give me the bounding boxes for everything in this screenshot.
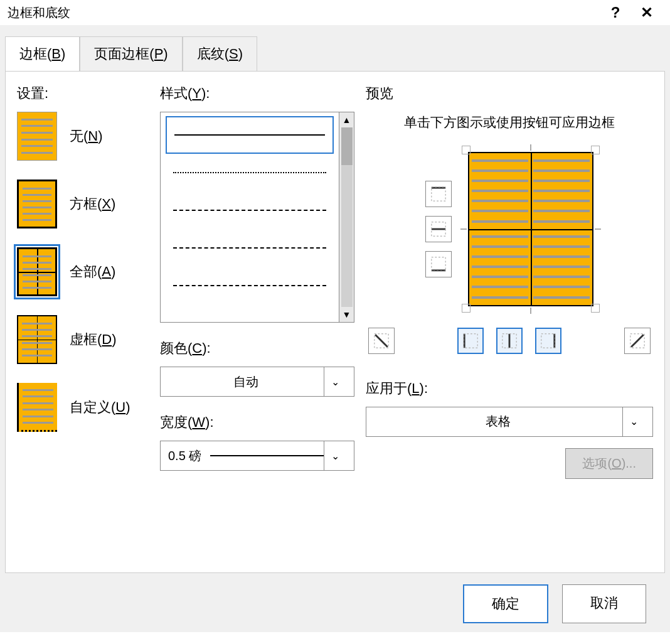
border-inside-h-button[interactable] [425, 216, 452, 242]
style-dotted[interactable] [166, 154, 334, 191]
tab-panel: 设置: 无(N) 方框(X) [5, 71, 665, 573]
border-top-icon [430, 185, 447, 203]
style-solid[interactable] [166, 116, 334, 154]
svg-line-7 [375, 335, 388, 347]
border-right-icon [540, 332, 557, 350]
chevron-down-icon: ⌄ [324, 367, 346, 396]
side-border-buttons [425, 181, 452, 277]
setting-none[interactable]: 无(N) [17, 112, 149, 161]
title-bar: 边框和底纹 ? ✕ [0, 0, 670, 25]
setting-none-icon [17, 112, 57, 161]
style-dashed-short[interactable] [166, 229, 334, 267]
dialog-footer: 确定 取消 [5, 573, 665, 623]
scroll-down-icon[interactable]: ▼ [343, 309, 351, 319]
width-heading: 宽度(W): [160, 413, 354, 432]
apply-to-value: 表格 [374, 413, 622, 430]
help-button[interactable]: ? [600, 4, 631, 21]
setting-grid-icon [17, 315, 57, 364]
setting-box-icon [17, 180, 57, 228]
options-button: 选项(O)... [565, 448, 653, 479]
svg-line-15 [631, 335, 644, 347]
border-diag-up-icon [629, 332, 646, 350]
tab-page-border[interactable]: 页面边框(P) [80, 36, 182, 71]
svg-rect-9 [464, 333, 477, 347]
dialog-title: 边框和底纹 [8, 4, 600, 21]
width-value: 0.5 磅 [168, 448, 201, 464]
tab-borders[interactable]: 边框(B) [5, 36, 80, 71]
apply-to-combo[interactable]: 表格 ⌄ [366, 407, 653, 437]
width-sample-line-icon [210, 455, 324, 456]
border-left-button[interactable] [457, 328, 484, 354]
border-diag-down-icon [373, 332, 390, 350]
tab-shading[interactable]: 底纹(S) [183, 36, 257, 71]
setting-custom[interactable]: 自定义(U) [17, 383, 149, 432]
scroll-up-icon[interactable]: ▲ [343, 115, 351, 125]
border-top-button[interactable] [425, 181, 452, 207]
setting-all-icon [17, 247, 57, 296]
preview-diagram[interactable] [468, 152, 593, 306]
style-column: 样式(Y): ▲ ▼ 颜色(C): 自 [160, 84, 354, 559]
svg-rect-10 [509, 333, 511, 347]
border-diag-up-button[interactable] [624, 328, 651, 354]
preview-area [366, 152, 653, 306]
cancel-button[interactable]: 取消 [562, 584, 646, 623]
style-scrollbar[interactable]: ▲ ▼ [339, 112, 354, 322]
close-button[interactable]: ✕ [631, 4, 662, 21]
svg-rect-1 [432, 186, 445, 200]
border-inside-v-icon [501, 332, 518, 350]
ok-button[interactable]: 确定 [463, 584, 548, 623]
scroll-thumb[interactable] [341, 127, 353, 165]
apply-to-heading: 应用于(L): [366, 379, 653, 398]
width-combo[interactable]: 0.5 磅 ⌄ [160, 441, 354, 471]
svg-rect-13 [541, 333, 555, 347]
style-listbox[interactable]: ▲ ▼ [160, 112, 354, 323]
border-left-icon [462, 332, 479, 350]
svg-rect-5 [432, 257, 445, 271]
options-row: 选项(O)... [366, 448, 653, 479]
setting-grid[interactable]: 虚框(D) [17, 315, 149, 364]
style-dashed-long[interactable] [166, 191, 334, 229]
chevron-down-icon: ⌄ [324, 441, 346, 470]
style-heading: 样式(Y): [160, 84, 354, 103]
color-heading: 颜色(C): [160, 339, 354, 358]
border-diag-down-button[interactable] [368, 328, 395, 354]
preview-hint: 单击下方图示或使用按钮可应用边框 [366, 112, 653, 133]
tab-strip: 边框(B) 页面边框(P) 底纹(S) [5, 36, 665, 71]
border-inside-h-icon [430, 220, 447, 238]
chevron-down-icon: ⌄ [622, 407, 645, 436]
preview-heading: 预览 [366, 84, 653, 103]
bottom-border-buttons [366, 328, 653, 354]
setting-all[interactable]: 全部(A) [17, 247, 149, 296]
settings-column: 设置: 无(N) 方框(X) [17, 84, 149, 559]
setting-custom-icon [17, 383, 57, 432]
color-value: 自动 [168, 373, 324, 390]
border-inside-v-button[interactable] [496, 328, 523, 354]
color-combo[interactable]: 自动 ⌄ [160, 367, 354, 397]
settings-heading: 设置: [17, 84, 149, 103]
border-bottom-icon [430, 255, 447, 273]
dialog-body: 边框(B) 页面边框(P) 底纹(S) 设置: 无(N) [0, 25, 670, 632]
style-dash-dot[interactable] [166, 267, 334, 304]
preview-column: 预览 单击下方图示或使用按钮可应用边框 [366, 84, 653, 559]
border-bottom-button[interactable] [425, 251, 452, 277]
svg-rect-2 [432, 228, 445, 230]
border-right-button[interactable] [535, 328, 561, 354]
setting-box[interactable]: 方框(X) [17, 180, 149, 228]
